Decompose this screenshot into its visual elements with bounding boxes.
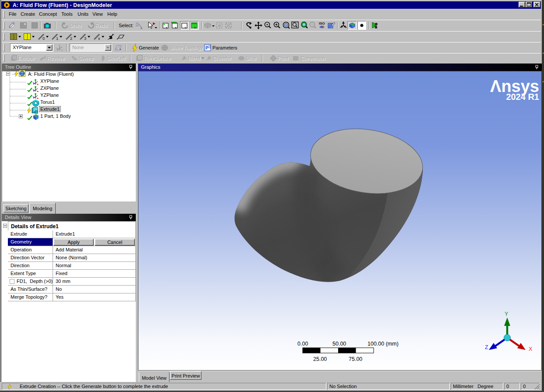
- svg-text:X: X: [529, 346, 533, 352]
- svg-text:0.00: 0.00: [297, 341, 308, 347]
- svg-text:P: P: [205, 46, 208, 50]
- svg-text:3: 3: [84, 36, 86, 40]
- svg-text:25.00: 25.00: [313, 356, 327, 362]
- svg-text:Y: Y: [505, 311, 509, 317]
- svg-text:1: 1: [56, 36, 58, 40]
- svg-text:Z: Z: [485, 344, 488, 350]
- svg-text:75.00: 75.00: [349, 356, 362, 362]
- svg-text:x: x: [98, 36, 100, 40]
- svg-text:50.00: 50.00: [332, 341, 346, 347]
- svg-text:2: 2: [70, 36, 72, 40]
- svg-text:0: 0: [42, 36, 45, 40]
- svg-text:100.00 (mm): 100.00 (mm): [367, 341, 399, 347]
- svg-text:ISO: ISO: [319, 21, 325, 25]
